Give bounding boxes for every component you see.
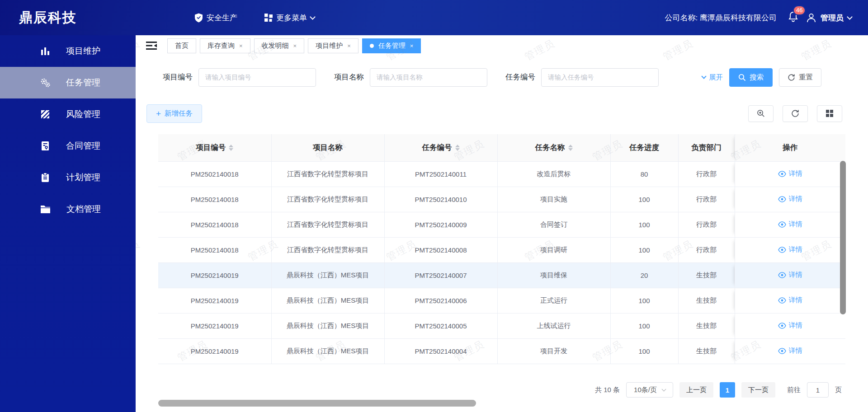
cell-project-code: PM2502140018 [158,212,271,237]
nav-safety-production[interactable]: 安全生产 [194,13,237,23]
close-icon[interactable]: × [293,42,297,49]
cell-task-name: 项目维保 [497,262,610,288]
notification-bell[interactable]: 46 [788,11,799,25]
cell-project-code: PM2502140019 [158,313,271,338]
contract-icon [40,140,51,151]
close-icon[interactable]: × [347,42,351,49]
col-task-name[interactable]: 任务名称 [497,134,610,161]
detail-link[interactable]: 详情 [778,195,802,203]
eye-icon [778,297,786,304]
cell-task-progress: 100 [610,338,678,364]
sidebar-item-contract-management[interactable]: 合同管理 [0,130,136,162]
prev-page-button[interactable]: 上一页 [679,382,713,398]
tab-label: 项目维护 [316,42,343,50]
cell-project-name: 江西省数字化转型贯标项目 [271,187,384,212]
refresh-icon [791,109,799,117]
cell-task-code: PMT2502140008 [384,237,497,262]
tab-project-maintenance[interactable]: 项目维护 × [308,38,359,53]
sidebar-item-risk-management[interactable]: 风险管理 [0,98,136,130]
cell-task-name: 项目开发 [497,338,610,364]
table-row[interactable]: PM2502140019 鼎辰科技（江西）MES项目 PMT2502140004… [158,338,845,364]
cell-project-name: 江西省数字化转型贯标项目 [271,212,384,237]
col-project-code[interactable]: 项目编号 [158,134,271,161]
detail-link[interactable]: 详情 [778,245,802,254]
detail-link[interactable]: 详情 [778,296,802,304]
refresh-button[interactable] [783,105,808,122]
user-menu[interactable]: 管理员 [806,13,852,23]
cell-project-name: 鼎辰科技（江西）MES项目 [271,262,384,288]
sidebar-item-label: 项目维护 [66,45,100,57]
sidebar-item-task-management[interactable]: 任务管理 [0,67,136,98]
cell-task-progress: 100 [610,187,678,212]
project-code-input[interactable] [198,68,316,87]
detail-link[interactable]: 详情 [778,321,802,330]
table-row[interactable]: PM2502140019 鼎辰科技（江西）MES项目 PMT2502140005… [158,313,845,338]
cell-task-progress: 100 [610,237,678,262]
table-row[interactable]: PM2502140018 江西省数字化转型贯标项目 PMT2502140011 … [158,161,845,187]
sidebar-item-project-maintenance[interactable]: 项目维护 [0,35,136,67]
cell-task-progress: 100 [610,288,678,313]
eye-icon [778,196,786,202]
sidebar-item-plan-management[interactable]: 计划管理 [0,162,136,193]
column-settings-button[interactable] [817,105,842,122]
table-row[interactable]: PM2502140018 江西省数字化转型贯标项目 PMT2502140008 … [158,237,845,262]
search-icon [738,74,746,81]
close-icon[interactable]: × [239,42,243,49]
page-number-1[interactable]: 1 [720,382,735,398]
cell-department: 行政部 [678,237,735,262]
task-code-input[interactable] [541,68,659,87]
detail-link[interactable]: 详情 [778,346,802,355]
detail-link[interactable]: 详情 [778,220,802,229]
nav-more-menu[interactable]: 更多菜单 [264,13,315,23]
cell-project-code: PM2502140018 [158,237,271,262]
sort-icon[interactable] [568,145,573,151]
eye-icon [778,348,786,354]
tab-inventory-query[interactable]: 库存查询 × [200,38,250,53]
sort-icon[interactable] [229,145,233,151]
zoom-in-button[interactable] [748,105,774,122]
add-task-button[interactable]: + 新增任务 [146,104,202,123]
cell-actions: 详情 [735,161,845,187]
eye-icon [778,221,786,228]
table-row[interactable]: PM2502140018 江西省数字化转型贯标项目 PMT2502140009 … [158,212,845,237]
tab-home[interactable]: 首页 [167,38,196,53]
col-project-name: 项目名称 [271,134,384,161]
sort-icon[interactable] [455,145,460,151]
vertical-scrollbar[interactable] [840,161,846,314]
goto-suffix: 页 [835,386,842,394]
detail-link[interactable]: 详情 [778,169,802,178]
menu-fold-icon[interactable] [146,41,157,51]
plus-icon: + [156,109,161,118]
table-row[interactable]: PM2502140019 鼎辰科技（江西）MES项目 PMT2502140007… [158,262,845,288]
refresh-icon [788,74,795,81]
expand-link[interactable]: 展开 [702,73,723,82]
cell-actions: 详情 [735,338,845,364]
tab-task-management[interactable]: 任务管理 × [362,38,421,53]
grid-icon [264,14,273,22]
tab-receipt-detail[interactable]: 收发明细 × [254,38,305,53]
cell-actions: 详情 [735,313,845,338]
cell-project-code: PM2502140018 [158,187,271,212]
cell-project-code: PM2502140019 [158,262,271,288]
sidebar-item-label: 任务管理 [66,77,100,89]
search-button[interactable]: 搜索 [729,68,773,87]
table-row[interactable]: PM2502140018 江西省数字化转型贯标项目 PMT2502140010 … [158,187,845,212]
goto-page-input[interactable] [807,382,829,398]
total-count: 共 10 条 [595,386,620,394]
horizontal-scrollbar[interactable] [158,400,476,407]
page-size-select[interactable]: 10条/页 [626,382,673,398]
col-task-code[interactable]: 任务编号 [384,134,497,161]
bar-chart-icon [40,46,51,56]
cell-task-progress: 100 [610,212,678,237]
project-name-input[interactable] [370,68,487,87]
top-header: 鼎辰科技 安全生产 更多菜单 公司名称: 鹰潭鼎辰科技有限公司 [0,0,868,35]
next-page-button[interactable]: 下一页 [741,382,775,398]
table-row[interactable]: PM2502140019 鼎辰科技（江西）MES项目 PMT2502140006… [158,288,845,313]
cell-task-code: PMT2502140009 [384,212,497,237]
cell-project-code: PM2502140019 [158,338,271,364]
close-icon[interactable]: × [410,42,414,49]
sidebar-item-document-management[interactable]: 文档管理 [0,193,136,225]
reset-button[interactable]: 重置 [779,68,821,87]
detail-link[interactable]: 详情 [778,271,802,279]
magnifier-plus-icon [757,109,765,117]
